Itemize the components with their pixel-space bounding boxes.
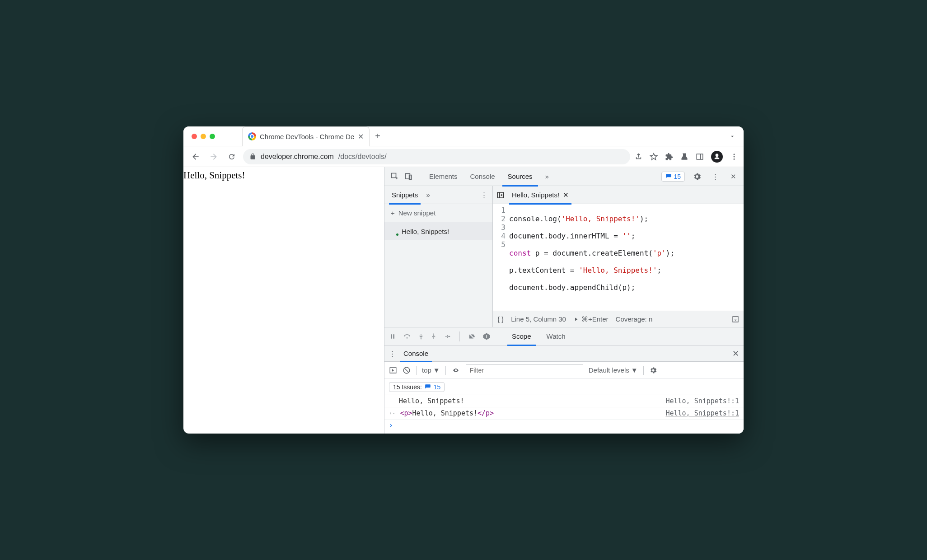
debugger-toolbar: Scope Watch [384,327,744,345]
issues-badge[interactable]: 15 [661,172,685,182]
live-expression-icon[interactable] [451,367,460,373]
console-source-link[interactable]: Hello, Snippets!:1 [665,409,739,417]
close-window-button[interactable] [192,134,197,139]
navigator-overflow-icon[interactable]: » [426,191,430,199]
extensions-icon[interactable] [665,153,673,161]
editor-tabs: Hello, Snippets! ✕ [493,186,744,204]
share-icon[interactable] [635,153,642,160]
drawer-menu-icon[interactable]: ⋮ [389,350,396,358]
devtools-menu-icon[interactable]: ⋮ [709,171,721,182]
coverage-label: Coverage: n [616,315,653,323]
sources-pane: Snippets » ⋮ + New snippet Hello, Snippe… [384,186,744,327]
device-toggle-icon[interactable] [403,171,414,182]
tab-scope[interactable]: Scope [507,327,536,345]
profile-avatar[interactable] [711,151,723,163]
dropdown-icon: ▼ [631,366,638,374]
forward-button[interactable] [207,150,220,163]
toggle-navigator-icon[interactable] [496,191,505,199]
settings-icon[interactable] [691,171,703,182]
line-gutter: 1 2 3 4 5 [493,206,509,309]
issues-label: 15 Issues: [393,383,422,391]
close-file-icon[interactable]: ✕ [563,191,569,199]
side-panel-icon[interactable] [696,153,704,161]
expand-arrow-icon[interactable]: ‹· [389,410,398,416]
step-over-icon[interactable] [403,333,412,340]
console-html-result[interactable]: <p>Hello, Snippets!</p> [398,409,665,417]
navigator-menu-icon[interactable]: ⋮ [481,191,488,199]
new-snippet-label: New snippet [398,209,436,217]
run-snippet-button[interactable]: ⌘+Enter [573,315,609,323]
url-host: developer.chrome.com [261,153,334,161]
dropdown-icon: ▼ [433,366,440,374]
console-drawer: ⋮ Console ✕ top ▼ Default l [384,345,744,434]
new-snippet-button[interactable]: + New snippet [384,204,492,222]
drawer-tab-console[interactable]: Console [400,345,432,362]
snippet-item[interactable]: Hello, Snippets! [384,222,492,240]
browser-window: Chrome DevTools - Chrome De ✕ + develope… [183,126,744,434]
labs-icon[interactable] [680,153,688,161]
devtools-tabbar: Elements Console Sources » 15 ⋮ ✕ [384,167,744,186]
editor-file-tab[interactable]: Hello, Snippets! ✕ [509,186,571,204]
console-source-link[interactable]: Hello, Snippets!:1 [665,397,739,405]
console-settings-icon[interactable] [649,366,657,374]
step-icon[interactable] [443,333,451,340]
navigator-tab-snippets[interactable]: Snippets [389,186,421,204]
new-tab-button[interactable]: + [375,131,380,141]
snippet-file-icon [391,227,398,235]
console-message: Hello, Snippets! [389,397,665,405]
issues-pill[interactable]: 15 Issues: 15 [389,382,445,392]
pretty-print-icon[interactable]: { } [497,315,504,323]
statusbar-toggle-icon[interactable] [732,316,739,323]
tabs-overflow-button[interactable] [729,133,735,140]
inspect-element-icon[interactable] [389,171,401,182]
close-tab-button[interactable]: ✕ [358,132,364,141]
close-drawer-icon[interactable]: ✕ [732,349,739,359]
issues-pill-count: 15 [434,383,441,391]
bookmark-icon[interactable] [650,153,658,161]
clear-console-icon[interactable] [403,366,411,374]
tab-sources[interactable]: Sources [502,167,538,186]
tab-console[interactable]: Console [465,167,501,186]
context-selector[interactable]: top ▼ [422,366,440,374]
tab-watch[interactable]: Watch [542,327,570,345]
show-sidebar-icon[interactable] [389,366,397,374]
pause-icon[interactable] [389,333,396,340]
url-path: /docs/devtools/ [338,153,387,161]
navigator-tabs: Snippets » ⋮ [384,186,492,204]
step-into-icon[interactable] [418,333,424,340]
svg-point-6 [449,336,450,336]
maximize-window-button[interactable] [210,134,215,139]
browser-tab[interactable]: Chrome DevTools - Chrome De ✕ [242,126,370,146]
sources-navigator: Snippets » ⋮ + New snippet Hello, Snippe… [384,186,493,327]
code-lines: console.log('Hello, Snippets!'); documen… [509,206,744,309]
console-log-row: Hello, Snippets! Hello, Snippets!:1 [384,395,744,407]
tabs-overflow-icon[interactable]: » [545,173,549,180]
prompt-icon: › [389,421,393,429]
filter-input[interactable] [466,364,583,376]
minimize-window-button[interactable] [201,134,206,139]
context-label: top [422,366,431,374]
editor-statusbar: { } Line 5, Column 30 ⌘+Enter Coverage: … [493,311,744,327]
back-button[interactable] [189,150,202,163]
console-input-row[interactable]: › [384,420,744,431]
window-controls [192,134,215,139]
console-result-row: ‹· <p>Hello, Snippets!</p> Hello, Snippe… [384,407,744,420]
code-editor[interactable]: 1 2 3 4 5 console.log('Hello, Snippets!'… [493,204,744,311]
tab-elements[interactable]: Elements [424,167,463,186]
chrome-menu-icon[interactable] [730,153,738,161]
address-bar: developer.chrome.com/docs/devtools/ [183,146,744,167]
step-out-icon[interactable] [431,333,437,340]
issues-count: 15 [674,173,681,180]
toolbar-icons [635,151,738,163]
pause-on-exceptions-icon[interactable] [482,332,491,341]
svg-point-5 [433,333,434,334]
input-caret [396,422,396,429]
cursor-position: Line 5, Column 30 [511,315,566,323]
deactivate-breakpoints-icon[interactable] [468,332,476,341]
reload-button[interactable] [225,150,239,163]
svg-point-1 [734,156,735,157]
log-levels-selector[interactable]: Default levels ▼ [589,366,638,374]
file-tab-label: Hello, Snippets! [512,191,559,199]
url-input[interactable]: developer.chrome.com/docs/devtools/ [243,149,630,164]
close-devtools-icon[interactable]: ✕ [727,171,739,182]
